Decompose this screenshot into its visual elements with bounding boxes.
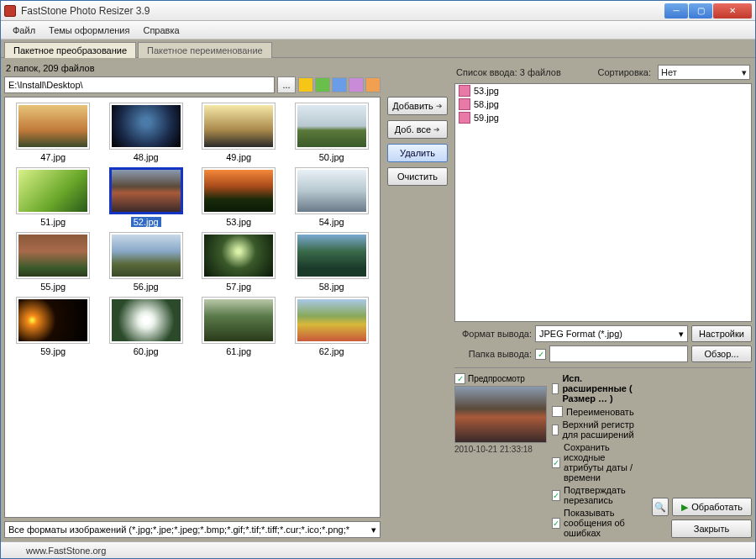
- list-item-label: 58.jpg: [474, 99, 499, 109]
- sort-dropdown[interactable]: Нет ▾: [658, 65, 750, 80]
- list-item[interactable]: 53.jpg: [455, 84, 751, 98]
- folder-up-icon[interactable]: [298, 77, 313, 92]
- menubar: Файл Темы оформления Справка: [1, 21, 755, 40]
- add-all-button[interactable]: Доб. все➔: [387, 120, 448, 139]
- list-item[interactable]: 59.jpg: [455, 111, 751, 124]
- folder-file-count: 2 папок, 209 файлов: [4, 61, 381, 75]
- thumbnail-image: [202, 167, 276, 214]
- thumbnail-label: 61.jpg: [223, 346, 254, 356]
- thumbnail-image: [202, 103, 276, 150]
- clear-button[interactable]: Очистить: [387, 167, 448, 186]
- status-bar: www.FastStone.org: [1, 541, 755, 558]
- menu-file[interactable]: Файл: [6, 24, 42, 37]
- file-type-row: Все форматы изображений (*.jpg;*.jpe;*.j…: [4, 521, 381, 538]
- thumbnail-item[interactable]: 60.jpg: [103, 297, 190, 356]
- output-folder-row: Папка вывода: ✓ Обзор...: [454, 345, 752, 362]
- thumbnail-item[interactable]: 48.jpg: [103, 103, 190, 162]
- thumbnail-panel[interactable]: 47.jpg48.jpg49.jpg50.jpg51.jpg52.jpg53.j…: [4, 97, 381, 518]
- add-button[interactable]: Добавить➔: [387, 97, 448, 115]
- tab-batch-rename[interactable]: Пакетное переименование: [138, 42, 272, 58]
- uppercase-ext-checkbox[interactable]: [552, 425, 559, 435]
- thumbnail-item[interactable]: 59.jpg: [10, 297, 97, 356]
- view-thumbnails-icon[interactable]: [332, 77, 347, 92]
- thumbnail-item[interactable]: 58.jpg: [289, 232, 375, 292]
- advanced-checkbox[interactable]: [552, 383, 559, 394]
- thumbnail-image: [16, 167, 90, 214]
- browse-output-button[interactable]: Обзор...: [691, 345, 752, 362]
- thumbnail-label: 52.jpg: [131, 217, 161, 227]
- thumbnail-item[interactable]: 53.jpg: [196, 167, 282, 227]
- output-folder-input[interactable]: [549, 345, 688, 362]
- thumbnail-item[interactable]: 54.jpg: [289, 167, 375, 227]
- close-button[interactable]: ✕: [713, 3, 752, 18]
- uppercase-ext-label: Верхний регистр для расширений: [562, 419, 647, 440]
- rename-checkbox[interactable]: [552, 406, 563, 417]
- preview-image: [454, 386, 547, 443]
- menu-help[interactable]: Справка: [136, 24, 186, 37]
- keep-dates-checkbox[interactable]: ✓: [552, 457, 560, 468]
- arrow-right-icon: ➔: [433, 125, 440, 134]
- view-list-icon[interactable]: [349, 77, 364, 92]
- thumbnail-image: [16, 232, 90, 279]
- minimize-button[interactable]: ─: [664, 3, 688, 18]
- thumbnail-image: [295, 167, 369, 214]
- path-row: ...: [4, 76, 381, 93]
- show-errors-label: Показывать сообщения об ошибках: [564, 508, 647, 538]
- thumbnail-item[interactable]: 61.jpg: [196, 297, 282, 356]
- window-title: FastStone Photo Resizer 3.9: [21, 5, 664, 17]
- list-item-label: 59.jpg: [474, 113, 499, 123]
- list-item-label: 53.jpg: [474, 86, 499, 96]
- list-header: Список ввода: 3 файлов Сортировка: Нет ▾: [454, 61, 752, 83]
- sort-label: Сортировка:: [598, 67, 651, 77]
- arrow-right-icon: ➔: [436, 102, 443, 110]
- browse-folder-button[interactable]: ...: [277, 76, 296, 93]
- thumbnail-item[interactable]: 55.jpg: [10, 232, 97, 292]
- app-window: FastStone Photo Resizer 3.9 ─ ▢ ✕ Файл Т…: [0, 0, 756, 559]
- format-dropdown[interactable]: JPEG Format (*.jpg) ▾: [535, 325, 688, 342]
- thumbnail-label: 48.jpg: [131, 152, 161, 162]
- thumbnail-image: [109, 297, 183, 344]
- input-list-label: Список ввода: 3 файлов: [456, 67, 591, 77]
- thumbnail-label: 54.jpg: [317, 217, 347, 227]
- input-file-list[interactable]: 53.jpg58.jpg59.jpg: [454, 83, 752, 322]
- source-panel: 2 папок, 209 файлов ... 47.jpg48.jpg49.j…: [4, 61, 381, 538]
- output-folder-checkbox[interactable]: ✓: [535, 349, 546, 360]
- convert-button[interactable]: ▶Обработать: [672, 498, 752, 516]
- image-file-icon: [459, 85, 470, 97]
- thumbnail-label: 59.jpg: [38, 346, 68, 356]
- thumbnail-item[interactable]: 52.jpg: [103, 167, 190, 227]
- thumbnail-item[interactable]: 49.jpg: [196, 103, 282, 162]
- list-item[interactable]: 58.jpg: [455, 98, 751, 111]
- refresh-icon[interactable]: [315, 77, 330, 92]
- magnifier-button[interactable]: 🔍: [652, 498, 669, 516]
- close-window-button[interactable]: Закрыть: [671, 519, 752, 538]
- settings-button[interactable]: Настройки: [691, 325, 752, 342]
- tab-batch-convert[interactable]: Пакетное преобразование: [4, 42, 136, 58]
- show-errors-checkbox[interactable]: ✓: [552, 518, 560, 529]
- path-input[interactable]: [4, 76, 275, 93]
- remove-button[interactable]: Удалить: [387, 144, 448, 162]
- tab-body: 2 папок, 209 файлов ... 47.jpg48.jpg49.j…: [1, 57, 755, 541]
- thumbnail-label: 55.jpg: [38, 282, 68, 292]
- maximize-button[interactable]: ▢: [689, 3, 712, 18]
- thumbnail-label: 50.jpg: [317, 152, 347, 162]
- thumbnail-item[interactable]: 50.jpg: [289, 103, 375, 162]
- confirm-overwrite-checkbox[interactable]: ✓: [552, 490, 560, 501]
- thumbnail-item[interactable]: 56.jpg: [103, 232, 190, 292]
- thumbnail-item[interactable]: 57.jpg: [196, 232, 282, 292]
- thumbnail-item[interactable]: 51.jpg: [10, 167, 97, 227]
- chevron-down-icon: ▾: [742, 67, 747, 78]
- thumbnail-item[interactable]: 47.jpg: [10, 103, 97, 162]
- transfer-buttons: Добавить➔ Доб. все➔ Удалить Очистить: [386, 61, 449, 538]
- window-buttons: ─ ▢ ✕: [664, 3, 752, 18]
- website-link[interactable]: www.FastStone.org: [26, 546, 106, 556]
- toolbar-icons: [298, 77, 381, 92]
- preview-checkbox[interactable]: ✓: [454, 373, 465, 384]
- file-type-filter[interactable]: Все форматы изображений (*.jpg;*.jpe;*.j…: [4, 521, 381, 538]
- titlebar: FastStone Photo Resizer 3.9 ─ ▢ ✕: [1, 1, 755, 21]
- thumbnail-item[interactable]: 62.jpg: [289, 297, 375, 356]
- menu-themes[interactable]: Темы оформления: [42, 24, 136, 37]
- preview-checkbox-row: ✓ Предпросмотр: [454, 373, 547, 384]
- thumbnail-label: 62.jpg: [317, 346, 347, 356]
- view-details-icon[interactable]: [365, 77, 381, 92]
